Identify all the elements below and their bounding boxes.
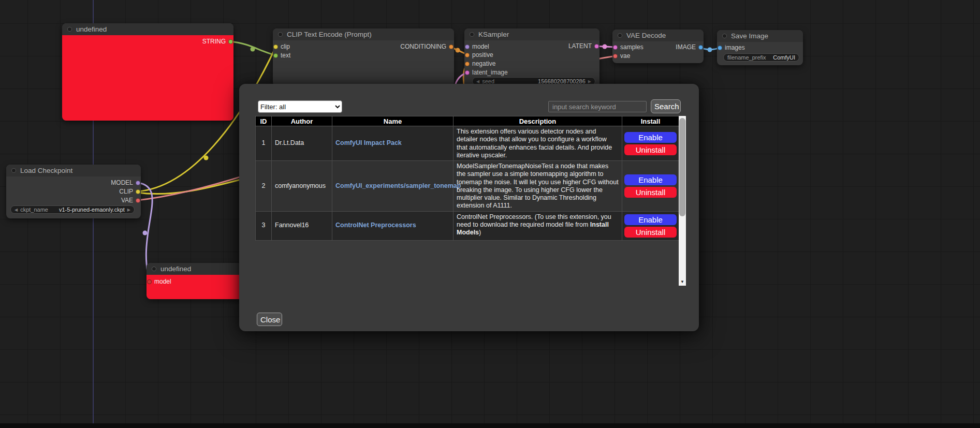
input-label: samples — [620, 43, 643, 51]
node-undefined-string[interactable]: undefined STRING — [62, 23, 233, 121]
input-dot-latent-image[interactable] — [465, 70, 470, 75]
filter-select[interactable]: Filter: all — [258, 100, 342, 113]
node-title: KSampler — [478, 31, 509, 38]
uninstall-button[interactable]: Uninstall — [624, 227, 677, 238]
extension-manager-dialog: Filter: all Search ID Author Name Descri… — [239, 84, 699, 331]
wire-dot — [603, 45, 607, 49]
input-dot-vae[interactable] — [613, 54, 618, 58]
enable-button[interactable]: Enable — [624, 174, 677, 185]
node-title: VAE Decode — [626, 32, 666, 39]
enable-button[interactable]: Enable — [624, 132, 677, 143]
node-load-checkpoint[interactable]: Load Checkpoint MODEL CLIP VAE ◀ ckpt_na… — [6, 165, 141, 218]
extension-link[interactable]: ControlNet Preprocessors — [335, 222, 416, 229]
collapse-dot-icon[interactable] — [618, 33, 622, 38]
decrement-arrow-icon[interactable]: ◀ — [476, 79, 479, 84]
search-input[interactable] — [548, 101, 647, 112]
input-label: images — [725, 44, 745, 51]
output-dot-vae[interactable] — [136, 198, 140, 203]
input-dot-model[interactable] — [147, 279, 152, 284]
node-clip-text-encode[interactable]: CLIP Text Encode (Prompt) clip text COND… — [273, 28, 454, 86]
node-body: images filename_prefix ComfyUI — [717, 42, 803, 65]
input-dot-clip[interactable] — [273, 45, 278, 49]
description-text: ModelSamplerTonemapNoiseTest a node that… — [457, 163, 619, 209]
output-dot-model[interactable] — [136, 181, 140, 185]
table-row: 1 Dr.Lt.Data ComfyUI Impact Pack This ex… — [256, 126, 679, 161]
output-label: STRING — [202, 38, 226, 45]
table-scrollbar[interactable]: ▼ — [679, 116, 686, 286]
input-label: latent_image — [472, 69, 508, 76]
input-dot-samples[interactable] — [613, 45, 618, 50]
next-arrow-icon[interactable]: ▶ — [127, 208, 130, 212]
input-dot-model[interactable] — [465, 45, 470, 49]
uninstall-button[interactable]: Uninstall — [624, 187, 677, 198]
scroll-down-arrow-icon[interactable]: ▼ — [679, 278, 686, 286]
node-body: clip text CONDITIONING — [273, 40, 454, 86]
cell-description: This extension offers various detector n… — [454, 126, 622, 161]
collapse-dot-icon[interactable] — [722, 34, 727, 38]
node-vae-decode[interactable]: VAE Decode samples vae IMAGE — [612, 29, 704, 63]
widget-value: ComfyUI — [773, 54, 795, 61]
input-label: model — [472, 43, 489, 50]
extension-table: ID Author Name Description Install 1 Dr.… — [255, 116, 679, 241]
search-button[interactable]: Search — [651, 99, 681, 113]
previous-arrow-icon[interactable]: ◀ — [14, 208, 18, 212]
enable-button[interactable]: Enable — [624, 214, 677, 225]
collapse-dot-icon[interactable] — [470, 32, 474, 37]
collapse-dot-icon[interactable] — [67, 27, 72, 32]
extension-link[interactable]: ComfyUI Impact Pack — [335, 139, 402, 146]
widget-label: ckpt_name — [20, 206, 48, 213]
header-name: Name — [332, 116, 454, 126]
input-label: vae — [620, 52, 630, 60]
wire-dot — [456, 48, 460, 53]
filename-prefix-widget[interactable]: filename_prefix ComfyUI — [723, 53, 799, 62]
extension-link[interactable]: ComfyUI_experiments/sampler_tonemap — [335, 182, 461, 189]
output-dot-latent[interactable] — [594, 44, 599, 49]
header-id: ID — [256, 116, 272, 126]
node-save-image[interactable]: Save Image images filename_prefix ComfyU… — [717, 30, 803, 65]
close-button[interactable]: Close — [257, 313, 282, 326]
input-dot-positive[interactable] — [465, 53, 470, 57]
cell-author: comfyanonymous — [272, 161, 332, 212]
output-dot-image[interactable] — [698, 45, 703, 50]
cell-id: 1 — [256, 126, 272, 161]
node-body: samples vae IMAGE — [612, 41, 704, 63]
input-dot-text[interactable] — [273, 53, 278, 58]
increment-arrow-icon[interactable]: ▶ — [588, 79, 591, 84]
wire-dot — [143, 231, 148, 235]
node-title: Load Checkpoint — [20, 167, 72, 174]
output-dot-clip[interactable] — [136, 189, 140, 194]
ckpt-name-widget[interactable]: ◀ ckpt_name v1-5-pruned-emaonly.ckpt ▶ — [10, 205, 135, 214]
cell-id: 3 — [256, 211, 272, 240]
node-title: Save Image — [731, 32, 768, 40]
output-dot-string[interactable] — [228, 39, 233, 44]
collapse-dot-icon[interactable] — [11, 168, 16, 173]
node-title-bar[interactable]: KSampler — [464, 28, 599, 40]
node-body: model positive negative latent_image LAT… — [464, 40, 599, 88]
input-dot-images[interactable] — [718, 46, 722, 50]
table-header-row: ID Author Name Description Install — [256, 116, 679, 126]
table-row: 3 Fannovel16 ControlNet Preprocessors Co… — [256, 211, 679, 240]
collapse-dot-icon[interactable] — [152, 267, 156, 271]
input-dot-negative[interactable] — [465, 62, 470, 66]
wire-dot — [204, 156, 209, 160]
output-dot-conditioning[interactable] — [449, 45, 454, 49]
output-label: MODEL — [111, 179, 133, 186]
node-title: undefined — [160, 265, 191, 273]
node-title-bar[interactable]: CLIP Text Encode (Prompt) — [273, 28, 454, 40]
node-title-bar[interactable]: Save Image — [717, 30, 803, 42]
uninstall-button[interactable]: Uninstall — [624, 144, 677, 155]
node-title: CLIP Text Encode (Prompt) — [287, 31, 372, 38]
header-install: Install — [622, 116, 679, 126]
cell-description: ControlNet Preprocessors. (To use this e… — [454, 211, 622, 240]
node-title-bar[interactable]: Load Checkpoint — [6, 165, 141, 176]
node-body: MODEL CLIP VAE ◀ ckpt_name v1-5-pruned-e… — [6, 176, 141, 218]
input-label: negative — [472, 60, 495, 67]
node-title: undefined — [76, 25, 107, 33]
collapse-dot-icon[interactable] — [278, 32, 283, 37]
header-author: Author — [272, 116, 332, 126]
node-ksampler[interactable]: KSampler model positive negative latent_… — [464, 28, 599, 88]
output-label: CLIP — [119, 188, 133, 195]
scrollbar-thumb[interactable] — [679, 118, 685, 216]
node-title-bar[interactable]: undefined — [62, 23, 233, 35]
node-title-bar[interactable]: VAE Decode — [612, 29, 704, 41]
